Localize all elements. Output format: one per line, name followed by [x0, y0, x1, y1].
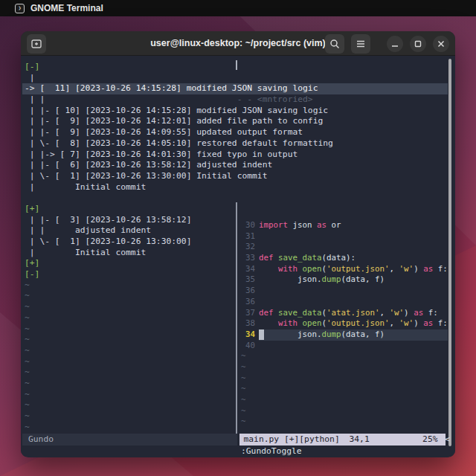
undo-tree-row[interactable]: | Initial commit	[22, 182, 448, 193]
undo-tree-row[interactable]: [+]	[22, 204, 448, 215]
terminal-headerbar[interactable]: user@linux-desktop: ~/project/src (vim)	[21, 31, 455, 56]
empty-line-tilde: ~	[239, 406, 448, 417]
empty-line-tilde: ~	[239, 384, 448, 395]
empty-line-tilde: ~	[239, 351, 448, 362]
code-line[interactable]: 40	[239, 341, 448, 352]
vim-block-cursor	[259, 329, 264, 340]
code-line[interactable]: 36	[239, 297, 448, 308]
line-number: 34	[239, 329, 255, 341]
code-line[interactable]: 34 with open('output.json', 'w') as f:	[239, 264, 448, 275]
empty-line-tilde: ~	[239, 416, 448, 428]
focused-app-name[interactable]: GNOME Terminal	[30, 3, 103, 13]
undo-tree-row[interactable]: | \- [ 8] [2023-10-26 14:05:10] restored…	[22, 138, 448, 149]
maximize-button[interactable]	[410, 36, 426, 52]
undo-tree-row[interactable]: | |-> [ 7] [2023-10-26 14:01:30] fixed t…	[22, 149, 448, 161]
line-number: 34	[239, 264, 255, 275]
line-number: 31	[239, 231, 255, 242]
desktop-background: ❯ GNOME Terminal user@linux-desktop: ~/p…	[0, 0, 476, 476]
terminal-window: user@linux-desktop: ~/project/src (vim)	[21, 31, 455, 457]
code-line[interactable]: 34 json.dump(data, f)	[239, 329, 448, 341]
empty-line-tilde: ~	[239, 362, 448, 373]
undo-tree-row[interactable]: | |- [ 9] [2023-10-26 14:09:55] updated …	[22, 127, 448, 138]
code-preview-pane: 30import json as or313233def save_data(d…	[239, 220, 448, 428]
undo-tree-row[interactable]	[22, 193, 448, 204]
vim-command-line[interactable]: :GundoToggle	[241, 446, 302, 457]
menu-button[interactable]	[351, 34, 370, 54]
line-number: 30	[239, 220, 255, 231]
close-icon	[437, 40, 445, 48]
undo-tree-row[interactable]: |	[22, 73, 448, 84]
code-line[interactable]: 37def save_data('atat.json', 'w') as f:	[239, 308, 448, 319]
undo-tree-row[interactable]: | | - - <mntroried>	[22, 94, 448, 106]
statusline-overflow-mark: <	[445, 434, 450, 446]
empty-line-tilde: ~	[239, 395, 448, 406]
code-line[interactable]: 35 json.dump(data, f)	[239, 274, 448, 286]
minimize-icon	[391, 40, 399, 48]
line-number: 38	[239, 318, 255, 329]
new-tab-button[interactable]	[27, 34, 46, 54]
code-line[interactable]: 31	[239, 231, 448, 242]
statusline-filename: main.py [+][python]	[244, 434, 340, 446]
code-line[interactable]: 30import json as or	[239, 220, 448, 231]
maximize-icon	[414, 40, 422, 48]
code-line[interactable]: 36	[239, 286, 448, 297]
undo-tree-row[interactable]: | |- [ 9] [2023-10-26 14:12:01] added fi…	[22, 116, 448, 127]
line-number: 33	[239, 253, 255, 264]
text-cursor-beam	[236, 60, 237, 70]
new-tab-icon	[31, 39, 42, 48]
line-number: 37	[239, 308, 255, 319]
close-button[interactable]	[433, 36, 449, 52]
code-line[interactable]: 33def save_data(data):	[239, 253, 448, 264]
line-number: 40	[239, 341, 255, 352]
undo-tree-row[interactable]: | \- [ 1] [2023-10-26 13:30:00] Initial …	[22, 171, 448, 182]
search-icon	[329, 39, 340, 49]
search-button[interactable]	[325, 34, 344, 54]
line-number: 36	[239, 297, 255, 308]
line-number: 32	[239, 242, 255, 253]
vim-vertical-split-divider[interactable]	[236, 202, 237, 434]
terminal-content[interactable]: [-] |-> [ 11] [2023-10-26 14:15:28] modi…	[21, 56, 455, 457]
line-number: 36	[239, 286, 255, 297]
undo-tree-row[interactable]: | |- [ 6] [2023-10-26 13:58:12] adjusted…	[22, 160, 448, 171]
line-number: 35	[239, 274, 255, 286]
empty-line-tilde: ~	[239, 373, 448, 385]
main-statusline: main.py [+][python] 34,1 25%	[239, 434, 446, 446]
undo-tree-row[interactable]: | |- [ 10] [2023-10-26 14:15:28] modifie…	[22, 106, 448, 117]
code-line[interactable]: 32	[239, 242, 448, 253]
statusline-cursor-position: 34,1	[350, 434, 370, 446]
undo-tree-row[interactable]: -> [ 11] [2023-10-26 14:15:28] modified …	[22, 83, 448, 94]
terminal-app-icon: ❯	[15, 4, 25, 13]
hamburger-menu-icon	[356, 40, 365, 48]
gundo-statusline: Gundo	[22, 434, 237, 446]
gnome-top-bar: ❯ GNOME Terminal	[0, 0, 476, 16]
terminal-scrollbar[interactable]	[448, 59, 451, 446]
undo-tree-row[interactable]: [-]	[22, 62, 448, 73]
code-line[interactable]: 38 with open('output.json', 'w') as f:	[239, 318, 448, 329]
minimize-button[interactable]	[387, 36, 403, 52]
statusline-scroll-percent: 25%	[422, 434, 437, 446]
